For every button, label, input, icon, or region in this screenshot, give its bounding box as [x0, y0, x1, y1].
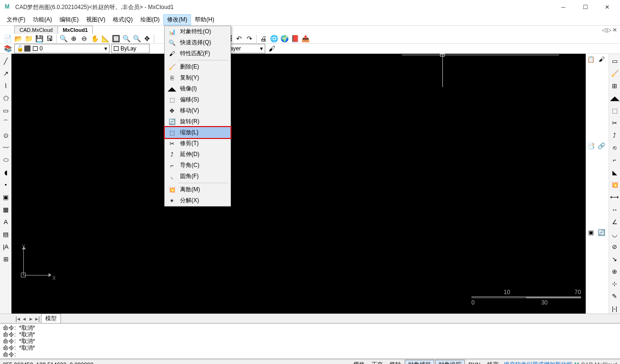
tab-next-icon[interactable]: ▸ [28, 315, 34, 322]
feedback-link[interactable]: 提交软件问题或增加新功能 [504, 361, 572, 364]
maximize-button[interactable]: ☐ [574, 0, 596, 14]
sb-lwt[interactable]: 线宽 [484, 360, 501, 364]
table-tool-icon[interactable]: ▤ [0, 229, 11, 239]
menu-matchprop[interactable]: 🖌特性匹配(F) [165, 48, 230, 59]
break-icon[interactable]: ⎋ [610, 142, 620, 153]
dim-aligned-icon[interactable]: ↔ [610, 204, 620, 215]
copy-icon[interactable]: 📋 [586, 54, 596, 64]
tab-prev-icon[interactable]: ◁ [602, 27, 606, 33]
arc-tool-icon[interactable]: ⌒ [0, 118, 11, 128]
tab-last-icon[interactable]: ▸| [34, 315, 41, 322]
zoom-window-icon[interactable]: 🔍 [121, 34, 131, 43]
zoom-extent-icon[interactable]: 🔲 [111, 34, 120, 43]
circle-tool-icon[interactable]: ⊙ [0, 130, 11, 140]
move-icon[interactable]: ✥ [142, 34, 152, 43]
menu-view[interactable]: 视图(V) [82, 14, 109, 25]
sb-dyn[interactable]: DYN [466, 361, 483, 364]
menu-file[interactable]: 文件(F) [3, 14, 29, 25]
tab-cadmxcloud[interactable]: CAD.MxCloud [14, 26, 58, 34]
menu-move[interactable]: ✥移动(V) [165, 105, 230, 116]
open2-icon[interactable]: 📁 [24, 34, 33, 43]
sb-grid[interactable]: 栅格 [350, 360, 368, 364]
chamfer-icon[interactable]: ◣ [610, 167, 620, 177]
dimstyle-icon[interactable]: |-| [610, 303, 620, 314]
menu-properties[interactable]: 📊对象特性(O) [165, 26, 230, 37]
close-button[interactable]: ✕ [596, 0, 618, 14]
menu-help[interactable]: 帮助(H) [191, 14, 218, 25]
menu-scale[interactable]: ⬚缩放(L) [164, 126, 231, 139]
redo-icon[interactable]: ↷ [245, 34, 254, 43]
dim-radius-icon[interactable]: ◡ [610, 229, 620, 239]
new-icon[interactable]: 📄 [3, 34, 12, 43]
line-tool-icon[interactable]: ╱ [0, 56, 11, 66]
zoomin-icon[interactable]: ⊕ [69, 34, 79, 43]
region-tool-icon[interactable]: ⊞ [0, 254, 11, 264]
menu-function[interactable]: 功能(A) [29, 14, 56, 25]
pdf-icon[interactable]: 📕 [290, 34, 300, 43]
model-tab[interactable]: 模型 [41, 314, 61, 324]
menu-rotate[interactable]: 🔄旋转(R) [165, 116, 230, 127]
menu-edit[interactable]: 编辑(E) [56, 14, 82, 25]
menu-trim[interactable]: ✂修剪(T) [165, 138, 230, 149]
xline-tool-icon[interactable]: ↗ [0, 68, 11, 79]
export-icon[interactable]: 📤 [300, 34, 310, 43]
rotate-icon[interactable]: 🔄 [596, 227, 607, 237]
menu-chamfer[interactable]: ⌐导角(C) [165, 160, 230, 171]
explode-icon[interactable]: 💥 [610, 179, 620, 190]
sb-osnap[interactable]: 对象捕捉 [405, 360, 434, 364]
layers-icon[interactable]: 📚 [3, 44, 12, 53]
fillet-icon[interactable]: ⌐ [610, 155, 620, 165]
tab-first-icon[interactable]: |◂ [14, 315, 21, 322]
globe-icon[interactable]: 🌐 [269, 34, 279, 43]
saveas-icon[interactable]: 🖫 [45, 34, 54, 43]
measure-icon[interactable]: 📐 [100, 34, 110, 43]
array-icon[interactable]: ⊞ [610, 80, 620, 91]
ellipsearc-tool-icon[interactable]: ◖ [0, 167, 11, 177]
menu-extend[interactable]: ⤴延伸(D) [165, 149, 230, 160]
polygon-tool-icon[interactable]: ⬠ [0, 93, 11, 103]
trim-icon[interactable]: ✂ [610, 118, 620, 128]
offset-icon[interactable]: ⬚ [610, 105, 620, 116]
sb-otrack[interactable]: 对象追踪 [435, 360, 465, 364]
tab-mxcloud1[interactable]: MxCloud1 [58, 26, 93, 34]
mirror-icon[interactable]: ◢◣ [610, 93, 620, 103]
pan-icon[interactable]: ✋ [90, 34, 100, 43]
tolerance-icon[interactable]: ⊕ [610, 266, 620, 276]
undo-icon[interactable]: ↶ [234, 34, 244, 43]
color-combo[interactable]: ByLay [111, 44, 150, 53]
hatch-tool-icon[interactable]: ▦ [0, 204, 11, 215]
matchprop-icon[interactable]: 🔗 [596, 140, 607, 151]
zoomout-icon[interactable]: ⊖ [80, 34, 89, 43]
menu-explode[interactable]: ✴分解(X) [165, 195, 230, 206]
menu-explode-group[interactable]: 💥离散(M) [165, 184, 230, 195]
menu-offset[interactable]: ⬚偏移(S) [165, 94, 230, 105]
open-icon[interactable]: 📂 [13, 34, 23, 43]
leader-icon[interactable]: ↘ [610, 254, 620, 264]
copyclip-icon[interactable]: 📑 [586, 140, 596, 151]
menu-draw[interactable]: 绘图(D) [137, 14, 164, 25]
tab-next-icon[interactable]: ▷ [607, 27, 611, 33]
rectangle-tool-icon[interactable]: ▭ [0, 105, 11, 116]
zoom-prev-icon[interactable]: 🔍 [132, 34, 141, 43]
dim-linear-icon[interactable]: ⟷ [610, 192, 620, 202]
menu-delete[interactable]: 🧹删除(E) [165, 61, 230, 72]
globe2-icon[interactable]: 🌍 [280, 34, 289, 43]
menu-mirror[interactable]: ◢◣镜像(I) [165, 83, 230, 94]
minimize-button[interactable]: ─ [552, 0, 574, 14]
dimcenter-icon[interactable]: ⊹ [610, 278, 620, 289]
mtext-tool-icon[interactable]: |A [0, 241, 11, 252]
point-tool-icon[interactable]: • [0, 179, 11, 190]
dim-angular-icon[interactable]: ∠ [610, 216, 620, 227]
group-icon[interactable]: ▣ [586, 227, 596, 237]
drawing-canvas[interactable]: Y X 1070 030 [11, 54, 586, 314]
paste-icon[interactable]: 🖌 [596, 54, 607, 64]
menu-format[interactable]: 格式(Q) [109, 14, 136, 25]
spline-tool-icon[interactable]: 〰 [0, 142, 11, 153]
layer-combo[interactable]: 🔓⬛ 0 ▾ [14, 44, 110, 53]
menu-modify[interactable]: 修改(M) [163, 14, 191, 25]
sb-polar[interactable]: 极轴 [387, 360, 404, 364]
select-icon[interactable]: ▭ [610, 56, 620, 66]
brush-icon[interactable]: 🖌 [267, 44, 277, 53]
save-icon[interactable]: 💾 [34, 34, 44, 43]
block-tool-icon[interactable]: ▣ [0, 192, 11, 202]
